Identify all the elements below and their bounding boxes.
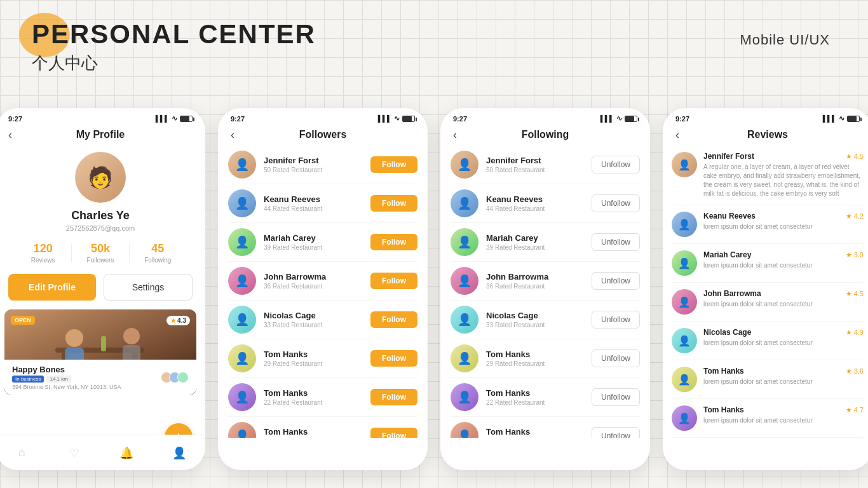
following-meta: 39 Rated Restaurant xyxy=(486,244,592,251)
follow-button[interactable]: Follow xyxy=(370,350,417,367)
nav-title-3: Following xyxy=(522,129,569,140)
following-info: John Barrowma 36 Rated Restaurant xyxy=(486,272,592,290)
profile-email: 2572562875@qq.com xyxy=(0,224,205,232)
back-button-4[interactable]: ‹ xyxy=(675,128,679,142)
nav-profile-icon[interactable]: 👤 xyxy=(172,445,187,461)
nav-title-4: Reviews xyxy=(747,129,788,140)
unfollow-button[interactable]: Unfollow xyxy=(592,156,640,173)
review-avatar: 👤 xyxy=(672,212,697,237)
review-header: Tom Hanks ★ 3.6 xyxy=(703,367,864,376)
follower-meta: 22 Rated Restaurant xyxy=(264,399,370,406)
follow-button[interactable]: Follow xyxy=(370,156,417,173)
review-text: lorem ipsum dolor sit amet consectetur xyxy=(703,261,864,270)
restaurant-card[interactable]: OPEN ★ 4.3 Happy Bones In business 14.1 … xyxy=(4,309,196,395)
review-header: Keanu Reeves ★ 4.2 xyxy=(703,212,864,220)
status-icons-4: ▌▌▌ ∿ xyxy=(823,114,860,123)
follower-name: Jennifer Forst xyxy=(264,156,370,165)
following-avatar: 👤 xyxy=(451,228,478,256)
follower-item: 👤 Jennifer Forst 50 Rated Restaurant Fol… xyxy=(228,146,417,184)
review-avatar: 👤 xyxy=(672,152,697,177)
follow-button[interactable]: Follow xyxy=(370,195,417,212)
back-button-3[interactable]: ‹ xyxy=(453,128,457,142)
follower-meta: 29 Rated Restaurant xyxy=(264,360,370,367)
follow-button[interactable]: Follow xyxy=(370,428,417,438)
status-bar-3: 9:27 ▌▌▌ ∿ xyxy=(440,108,650,126)
follow-button[interactable]: Follow xyxy=(370,389,417,405)
following-info: Mariah Carey 39 Rated Restaurant xyxy=(486,233,592,251)
follower-name: Tom Hanks xyxy=(264,349,370,359)
status-time-2: 9:27 xyxy=(231,115,245,123)
svg-point-7 xyxy=(123,328,140,344)
unfollow-button[interactable]: Unfollow xyxy=(592,194,640,212)
back-button-2[interactable]: ‹ xyxy=(231,128,234,142)
review-avatar: 👤 xyxy=(672,328,697,353)
follower-item: 👤 Tom Hanks 19 Rated Restaurant Follow xyxy=(228,417,417,438)
review-avatar: 👤 xyxy=(672,289,697,315)
follow-button[interactable]: Follow xyxy=(370,234,417,250)
following-info: Jennifer Forst 50 Rated Restaurant xyxy=(486,156,592,173)
stat-followers: 50k Followers xyxy=(72,242,128,264)
follow-button[interactable]: Follow xyxy=(370,273,417,289)
unfollow-button[interactable]: Unfollow xyxy=(592,272,640,290)
status-icons-2: ▌▌▌ ∿ xyxy=(378,114,415,123)
battery-icon-2 xyxy=(402,116,415,122)
follower-item: 👤 Mariah Carey 39 Rated Restaurant Follo… xyxy=(228,223,417,262)
following-item: 👤 Keanu Reeves 44 Rated Restaurant Unfol… xyxy=(451,184,640,223)
wifi-icon-1: ∿ xyxy=(172,114,177,123)
following-avatar: 👤 xyxy=(451,383,478,411)
follower-item: 👤 Nicolas Cage 33 Rated Restaurant Follo… xyxy=(228,301,417,339)
follower-item: 👤 Keanu Reeves 44 Rated Restaurant Follo… xyxy=(228,184,417,223)
review-item: 👤 John Barrowma ★ 4.5 lorem ipsum dolor … xyxy=(672,283,864,322)
nav-home-icon[interactable]: ⌂ xyxy=(14,445,29,461)
review-header: Jennifer Forst ★ 4.5 xyxy=(703,152,864,161)
battery-icon-1 xyxy=(180,116,193,122)
battery-icon-3 xyxy=(625,116,637,122)
following-name: Jennifer Forst xyxy=(486,156,592,165)
unfollow-button[interactable]: Unfollow xyxy=(592,311,640,329)
follower-info: Nicolas Cage 33 Rated Restaurant xyxy=(264,311,370,329)
edit-profile-button[interactable]: Edit Profile xyxy=(8,274,96,301)
restaurant-open-badge: OPEN xyxy=(11,316,35,325)
nav-bell-icon[interactable]: 🔔 xyxy=(119,445,134,461)
restaurant-rating-value: 4.3 xyxy=(177,317,186,324)
review-text: lorem ipsum dolor sit amet consectetur xyxy=(703,339,864,348)
review-avatar: 👤 xyxy=(672,250,697,276)
signal-icon-1: ▌▌▌ xyxy=(156,115,169,122)
follower-name: Keanu Reeves xyxy=(264,194,370,204)
profile-buttons: Edit Profile Settings xyxy=(8,274,193,301)
following-name: Keanu Reeves xyxy=(486,194,592,204)
following-avatar: 👤 xyxy=(451,267,478,295)
unfollow-button[interactable]: Unfollow xyxy=(592,427,640,438)
follower-meta: 50 Rated Restaurant xyxy=(264,166,370,173)
follower-meta: 36 Rated Restaurant xyxy=(264,283,370,290)
follow-button[interactable]: Follow xyxy=(370,311,417,328)
review-text: lorem ipsum dolor sit amet consectetur xyxy=(703,377,864,386)
review-avatar: 👤 xyxy=(672,367,697,392)
star-icon: ★ xyxy=(170,317,176,324)
settings-button[interactable]: Settings xyxy=(104,274,193,301)
review-header: John Barrowma ★ 4.5 xyxy=(703,289,864,298)
restaurant-tags: In business 14.1 km xyxy=(12,376,121,383)
stat-reviews-label: Reviews xyxy=(15,257,71,264)
nav-heart-icon[interactable]: ♡ xyxy=(67,445,82,461)
follower-item: 👤 Tom Hanks 29 Rated Restaurant Follow xyxy=(228,339,417,378)
follower-item: 👤 Tom Hanks 22 Rated Restaurant Follow xyxy=(228,378,417,417)
following-meta: 33 Rated Restaurant xyxy=(486,322,592,329)
status-time-3: 9:27 xyxy=(453,115,467,123)
following-meta: 29 Rated Restaurant xyxy=(486,360,592,367)
nav-header-1: ‹ My Profile xyxy=(0,126,205,146)
follower-avatar: 👤 xyxy=(228,306,256,334)
following-meta: 50 Rated Restaurant xyxy=(486,166,592,173)
unfollow-button[interactable]: Unfollow xyxy=(592,349,640,367)
following-name: Nicolas Cage xyxy=(486,311,592,320)
stat-followers-label: Followers xyxy=(72,257,128,264)
follower-avatar: 👤 xyxy=(228,151,256,179)
follower-info: Tom Hanks 29 Rated Restaurant xyxy=(264,349,370,367)
unfollow-button[interactable]: Unfollow xyxy=(592,388,640,406)
svg-point-5 xyxy=(65,329,83,347)
follower-name: Mariah Carey xyxy=(264,233,370,243)
nav-title-2: Followers xyxy=(299,129,347,140)
back-button-1[interactable]: ‹ xyxy=(8,128,12,142)
review-name: John Barrowma xyxy=(703,289,761,298)
unfollow-button[interactable]: Unfollow xyxy=(592,233,640,251)
